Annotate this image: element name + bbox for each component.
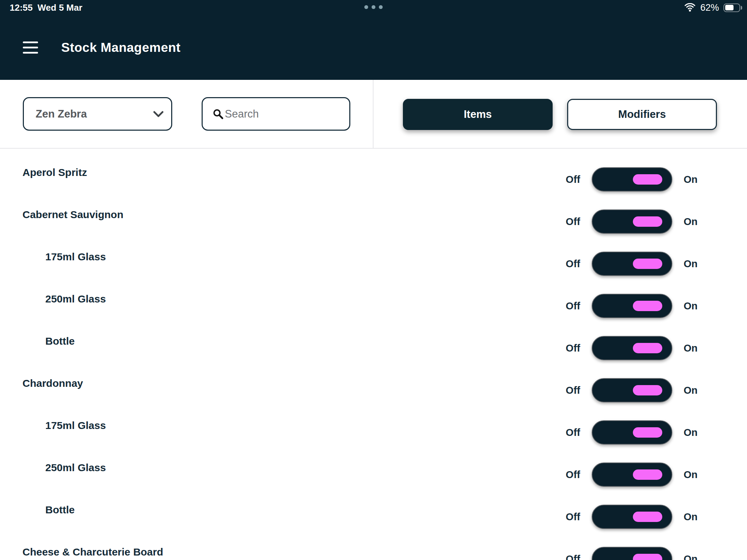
list-item: 250ml GlassOffOn	[0, 285, 747, 327]
stock-list: Aperol SpritzOffOnCabernet SauvignonOffO…	[0, 149, 747, 560]
on-label: On	[684, 300, 698, 312]
off-label: Off	[566, 300, 580, 312]
off-label: Off	[566, 511, 580, 523]
list-item: Cabernet SauvignonOffOn	[0, 200, 747, 243]
item-name-label: Cabernet Sauvignon	[22, 209, 123, 221]
status-bar: 12:55 Wed 5 Mar 62%	[0, 0, 747, 15]
list-item: 175ml GlassOffOn	[0, 411, 747, 454]
item-variant-label: Bottle	[45, 335, 75, 347]
stock-toggle[interactable]	[592, 463, 672, 487]
chevron-down-icon	[153, 111, 164, 118]
multitask-dots-icon	[365, 5, 383, 9]
stock-toggle[interactable]	[592, 209, 672, 234]
list-item: 250ml GlassOffOn	[0, 454, 747, 496]
venue-selector-value: Zen Zebra	[36, 108, 87, 120]
off-label: Off	[566, 553, 580, 560]
stock-toggle[interactable]	[592, 294, 672, 318]
search-box	[202, 97, 350, 131]
stock-toggle-group: OffOn	[566, 158, 698, 200]
on-label: On	[684, 511, 698, 523]
toolbar: Zen Zebra Items Modifiers	[0, 80, 747, 149]
on-label: On	[684, 469, 698, 480]
toggle-knob	[633, 427, 662, 438]
toggle-knob	[633, 301, 662, 311]
search-input[interactable]	[224, 108, 342, 121]
app-header: Stock Management	[0, 15, 747, 80]
toggle-knob	[633, 259, 662, 269]
topbar: 12:55 Wed 5 Mar 62% St	[0, 0, 747, 80]
item-variant-label: 175ml Glass	[45, 420, 106, 431]
toggle-knob	[633, 385, 662, 395]
off-label: Off	[566, 216, 580, 227]
stock-toggle-group: OffOn	[566, 243, 698, 285]
item-variant-label: 250ml Glass	[45, 293, 106, 305]
list-item: ChardonnayOffOn	[0, 369, 747, 411]
on-label: On	[684, 258, 698, 270]
search-icon	[212, 108, 224, 120]
battery-icon	[723, 3, 742, 12]
menu-icon[interactable]	[23, 41, 38, 54]
list-item: 175ml GlassOffOn	[0, 243, 747, 285]
toggle-knob	[633, 512, 662, 522]
off-label: Off	[566, 385, 580, 396]
item-variant-label: 175ml Glass	[45, 251, 106, 263]
item-name-label: Aperol Spritz	[22, 167, 87, 178]
on-label: On	[684, 553, 698, 560]
off-label: Off	[566, 174, 580, 185]
off-label: Off	[566, 469, 580, 480]
stock-toggle-group: OffOn	[566, 285, 698, 327]
toolbar-divider	[373, 80, 374, 148]
battery-percent: 62%	[700, 2, 719, 13]
stock-toggle[interactable]	[592, 252, 672, 276]
toggle-knob	[633, 554, 662, 560]
stock-toggle[interactable]	[592, 336, 672, 360]
stock-toggle[interactable]	[592, 547, 672, 560]
stock-toggle-group: OffOn	[566, 411, 698, 454]
stock-toggle[interactable]	[592, 167, 672, 192]
stock-toggle[interactable]	[592, 505, 672, 529]
stock-toggle[interactable]	[592, 378, 672, 402]
on-label: On	[684, 427, 698, 438]
item-name-label: Cheese & Charcuterie Board	[22, 546, 163, 558]
tab-modifiers[interactable]: Modifiers	[567, 99, 717, 130]
stock-toggle[interactable]	[592, 420, 672, 445]
stock-toggle-group: OffOn	[566, 369, 698, 411]
on-label: On	[684, 216, 698, 227]
stock-toggle-group: OffOn	[566, 327, 698, 369]
list-item: Aperol SpritzOffOn	[0, 158, 747, 200]
status-date: Wed 5 Mar	[38, 2, 83, 13]
list-item: Cheese & Charcuterie BoardOffOn	[0, 538, 747, 560]
on-label: On	[684, 385, 698, 396]
list-item: BottleOffOn	[0, 496, 747, 538]
tab-items[interactable]: Items	[403, 99, 553, 130]
stock-toggle-group: OffOn	[566, 454, 698, 496]
on-label: On	[684, 174, 698, 185]
toggle-knob	[633, 469, 662, 480]
page-title: Stock Management	[61, 40, 181, 55]
on-label: On	[684, 343, 698, 354]
stock-toggle-group: OffOn	[566, 496, 698, 538]
item-name-label: Chardonnay	[22, 377, 83, 389]
status-right: 62%	[684, 2, 742, 13]
off-label: Off	[566, 258, 580, 270]
wifi-icon	[684, 3, 696, 12]
item-variant-label: Bottle	[45, 504, 75, 516]
item-variant-label: 250ml Glass	[45, 462, 106, 474]
toggle-knob	[633, 343, 662, 353]
list-item: BottleOffOn	[0, 327, 747, 369]
toggle-knob	[633, 216, 662, 227]
status-left: 12:55 Wed 5 Mar	[10, 2, 82, 13]
stock-toggle-group: OffOn	[566, 538, 698, 560]
off-label: Off	[566, 427, 580, 438]
off-label: Off	[566, 343, 580, 354]
toggle-knob	[633, 174, 662, 185]
venue-selector[interactable]: Zen Zebra	[23, 97, 172, 131]
stock-toggle-group: OffOn	[566, 200, 698, 243]
status-time: 12:55	[10, 2, 33, 13]
battery-fill	[725, 5, 734, 10]
